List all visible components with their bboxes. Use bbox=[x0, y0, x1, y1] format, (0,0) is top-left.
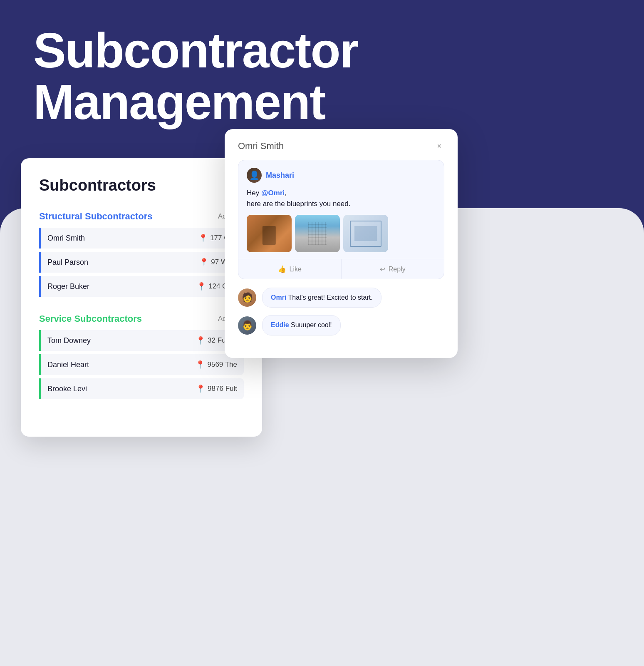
avatar: 👤 bbox=[247, 168, 262, 183]
contractor-name: Daniel Heart bbox=[47, 360, 89, 369]
table-row[interactable]: Tom Downey 📍 32 Fulton bbox=[39, 330, 244, 351]
message-author: 👤 Mashari bbox=[247, 168, 436, 183]
hero-title-line1: Subcontractor bbox=[33, 25, 358, 77]
close-button[interactable]: × bbox=[434, 141, 444, 151]
structural-list: Omri Smith 📍 177 Griff Paul Parson 📍 97 … bbox=[39, 228, 244, 297]
image-blueprint bbox=[343, 215, 388, 252]
dialog-header: Omri Smith × bbox=[238, 141, 444, 152]
message-actions: 👍 Like ↩ Reply bbox=[238, 259, 444, 279]
comment-author-name: Omri bbox=[271, 294, 286, 301]
image-grid bbox=[247, 215, 436, 252]
contractor-name: Tom Downey bbox=[47, 336, 91, 345]
contractor-name: Paul Parson bbox=[47, 258, 88, 267]
location-icon: 📍 bbox=[198, 234, 208, 243]
avatar: 🧑 bbox=[238, 288, 256, 307]
image-construction-site bbox=[247, 215, 292, 252]
like-button[interactable]: 👍 Like bbox=[238, 259, 342, 279]
table-row[interactable]: Roger Buker 📍 124 Glen bbox=[39, 276, 244, 297]
table-row[interactable]: Daniel Heart 📍 9569 The bbox=[39, 354, 244, 375]
location-icon: 📍 bbox=[196, 360, 205, 369]
service-section: Service Subcontractors Address Tom Downe… bbox=[39, 313, 244, 399]
contractor-name: Brooke Levi bbox=[47, 385, 87, 393]
service-section-header: Service Subcontractors Address bbox=[39, 313, 244, 324]
table-row[interactable]: Omri Smith 📍 177 Griff bbox=[39, 228, 244, 249]
comment-eddie: 👨 Eddie Suuuper cool! bbox=[238, 315, 444, 335]
contractor-name: Roger Buker bbox=[47, 282, 89, 291]
avatar: 👨 bbox=[238, 316, 256, 335]
service-section-title: Service Subcontractors bbox=[39, 313, 142, 324]
author-name: Mashari bbox=[266, 171, 294, 180]
table-row[interactable]: Brooke Levi 📍 9876 Fult bbox=[39, 378, 244, 399]
contractor-name: Omri Smith bbox=[47, 234, 85, 243]
comment-bubble: Omri That's great! Excited to start. bbox=[262, 288, 381, 308]
location-icon: 📍 bbox=[197, 282, 206, 291]
comment-omri: 🧑 Omri That's great! Excited to start. bbox=[238, 288, 444, 308]
location-icon: 📍 bbox=[196, 384, 205, 393]
contractor-address: 📍 9876 Fult bbox=[196, 384, 237, 393]
hero-title: Subcontractor Management bbox=[33, 25, 358, 128]
hero-title-line2: Management bbox=[33, 77, 358, 128]
comment-bubble: Eddie Suuuper cool! bbox=[262, 315, 341, 335]
sub-card-title: Subcontractors bbox=[39, 176, 244, 194]
image-building-structure bbox=[295, 215, 340, 252]
mention: @Omri bbox=[261, 189, 285, 197]
dialog-title: Omri Smith bbox=[238, 141, 284, 152]
comment-text: Suuuper cool! bbox=[291, 321, 332, 328]
comment-text: That's great! Excited to start. bbox=[288, 294, 373, 301]
location-icon: 📍 bbox=[196, 336, 205, 345]
message-text: Hey @Omri, here are the blueprints you n… bbox=[247, 188, 436, 209]
location-icon: 📍 bbox=[199, 258, 208, 267]
structural-section: Structural Subcontractors Address Omri S… bbox=[39, 211, 244, 297]
comment-author-name: Eddie bbox=[271, 321, 289, 328]
table-row[interactable]: Paul Parson 📍 97 Wate bbox=[39, 252, 244, 273]
reply-icon: ↩ bbox=[380, 265, 385, 273]
structural-section-header: Structural Subcontractors Address bbox=[39, 211, 244, 222]
reply-button[interactable]: ↩ Reply bbox=[342, 259, 444, 279]
like-icon: 👍 bbox=[278, 265, 286, 273]
structural-section-title: Structural Subcontractors bbox=[39, 211, 153, 222]
service-list: Tom Downey 📍 32 Fulton Daniel Heart 📍 95… bbox=[39, 330, 244, 399]
message-dialog: Omri Smith × 👤 Mashari Hey @Omri, here a… bbox=[225, 129, 458, 358]
message-bubble: 👤 Mashari Hey @Omri, here are the bluepr… bbox=[238, 160, 444, 279]
contractor-address: 📍 9569 The bbox=[196, 360, 237, 369]
